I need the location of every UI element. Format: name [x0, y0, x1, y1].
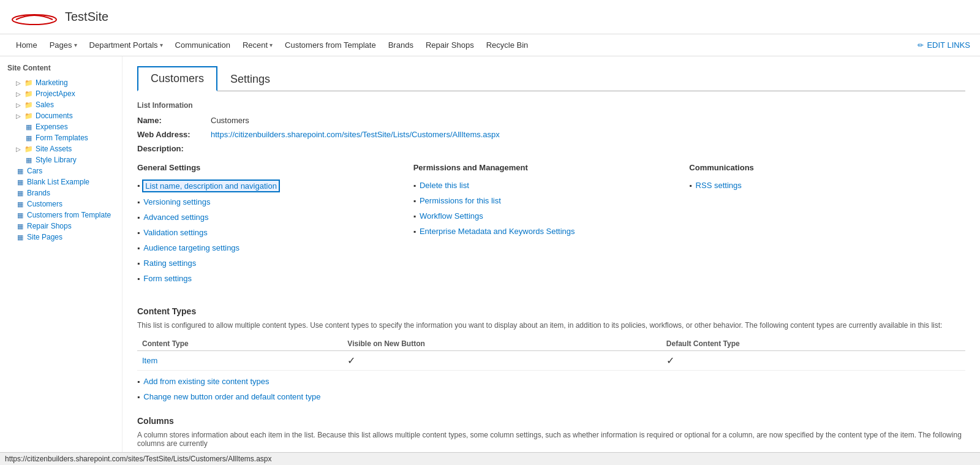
sidebar-item-form-templates[interactable]: ▦ Form Templates — [5, 132, 117, 143]
edit-links-button[interactable]: ✏ EDIT LINKS — [918, 40, 970, 50]
edit-icon: ✏ — [918, 41, 924, 50]
perm-link-permissions: ▪ Permissions for this list — [413, 196, 690, 205]
ct-row-visible: ✓ — [342, 351, 662, 371]
nav-brands[interactable]: Brands — [382, 36, 420, 55]
ct-link-add: ▪ Add from existing site content types — [137, 377, 965, 386]
pages-dropdown-arrow: ▾ — [74, 42, 77, 48]
list-customers-icon: ▦ — [16, 200, 24, 208]
sidebar-item-customers-from-template[interactable]: ▦ Customers from Template — [5, 210, 117, 221]
versioning-settings-link[interactable]: Versioning settings — [143, 197, 210, 206]
ct-col-content-type: Content Type — [137, 337, 342, 351]
ct-row-name[interactable]: Item — [137, 351, 342, 371]
page-tabs: Customers Settings — [137, 66, 965, 91]
list-description-label: Description: — [137, 144, 211, 153]
workflow-settings-link[interactable]: Workflow Settings — [420, 211, 483, 221]
permissions-list-link[interactable]: Permissions for this list — [420, 196, 501, 205]
list-expenses-icon: ▦ — [24, 123, 33, 131]
list-brands-icon: ▦ — [16, 189, 24, 197]
top-bar: TestSite — [0, 0, 980, 34]
sidebar-item-cars[interactable]: ▦ Cars — [5, 165, 117, 176]
main-layout: Site Content ▷ 📁 Marketing ▷ 📁 ProjectAp… — [0, 56, 980, 465]
columns-section: Columns A column stores information abou… — [137, 416, 965, 448]
sidebar-item-brands[interactable]: ▦ Brands — [5, 187, 117, 198]
content-types-section: Content Types This list is configured to… — [137, 306, 965, 401]
list-cft-icon: ▦ — [16, 211, 24, 219]
ct-row-default: ✓ — [662, 351, 965, 371]
list-repair-shops-icon: ▦ — [16, 222, 24, 230]
toggle-site-assets: ▷ — [16, 146, 22, 153]
content-types-heading: Content Types — [137, 306, 965, 316]
advanced-settings-link[interactable]: Advanced settings — [143, 213, 208, 222]
list-web-address-row: Web Address: https://citizenbuilders.sha… — [137, 130, 965, 139]
nav-customers-from-template[interactable]: Customers from Template — [279, 36, 382, 55]
status-url: https://citizenbuilders.sharepoint.com/s… — [5, 455, 272, 463]
sidebar-item-site-pages[interactable]: ▦ Site Pages — [5, 232, 117, 243]
content-types-table: Content Type Visible on New Button Defau… — [137, 337, 965, 371]
general-link-validation: ▪ Validation settings — [137, 228, 413, 237]
form-settings-link[interactable]: Form settings — [143, 274, 192, 283]
nav-pages[interactable]: Pages ▾ — [43, 36, 83, 55]
bullet-7: ▪ — [137, 274, 140, 283]
list-cars-icon: ▦ — [16, 167, 24, 175]
add-content-type-link[interactable]: Add from existing site content types — [143, 377, 269, 386]
sidebar-item-customers[interactable]: ▦ Customers — [5, 198, 117, 210]
list-name-nav-link[interactable]: List name, description and navigation — [143, 181, 279, 191]
nav-recycle-bin[interactable]: Recycle Bin — [480, 36, 535, 55]
sidebar-item-projectapex[interactable]: ▷ 📁 ProjectApex — [5, 88, 117, 99]
columns-desc: A column stores information about each i… — [137, 431, 965, 448]
delete-list-link[interactable]: Delete this list — [420, 181, 469, 190]
list-form-templates-icon: ▦ — [24, 134, 33, 142]
list-name-row: Name: Customers — [137, 116, 965, 125]
general-link-advanced: ▪ Advanced settings — [137, 213, 413, 222]
nav-repair-shops[interactable]: Repair Shops — [420, 36, 480, 55]
site-title: TestSite — [65, 10, 108, 24]
sidebar-item-marketing[interactable]: ▷ 📁 Marketing — [5, 77, 117, 88]
perm-link-delete: ▪ Delete this list — [413, 181, 690, 190]
sidebar-item-repair-shops[interactable]: ▦ Repair Shops — [5, 221, 117, 232]
list-site-pages-icon: ▦ — [16, 233, 24, 241]
tab-settings[interactable]: Settings — [217, 67, 283, 91]
sidebar-item-documents[interactable]: ▷ 📁 Documents — [5, 110, 117, 121]
nav-recent[interactable]: Recent ▾ — [236, 36, 279, 55]
enterprise-metadata-link[interactable]: Enterprise Metadata and Keywords Setting… — [420, 227, 575, 236]
columns-heading: Columns — [137, 416, 965, 426]
sidebar-item-expenses[interactable]: ▦ Expenses — [5, 121, 117, 132]
status-bar: https://citizenbuilders.sharepoint.com/s… — [0, 452, 980, 465]
ct-link-change-order: ▪ Change new button order and default co… — [137, 392, 965, 401]
settings-columns: General Settings ▪ List name, descriptio… — [137, 163, 965, 289]
list-name-value: Customers — [211, 116, 249, 125]
bullet-p3: ▪ — [413, 212, 416, 221]
communications-col: Communications ▪ RSS settings — [689, 163, 965, 289]
nav-home[interactable]: Home — [10, 36, 43, 55]
perm-link-workflow: ▪ Workflow Settings — [413, 211, 690, 221]
ct-row-item: Item ✓ ✓ — [137, 351, 965, 371]
logo-icon — [10, 6, 59, 28]
sidebar-item-sales[interactable]: ▷ 📁 Sales — [5, 99, 117, 110]
list-info-heading: List Information — [137, 101, 965, 110]
nav-bar: Home Pages ▾ Department Portals ▾ Commun… — [0, 34, 980, 56]
logo-area: TestSite — [10, 6, 108, 28]
sidebar-item-style-library[interactable]: ▦ Style Library — [5, 154, 117, 165]
rating-settings-link[interactable]: Rating settings — [143, 259, 196, 268]
toggle-sales: ▷ — [16, 102, 22, 108]
svg-point-0 — [12, 15, 56, 25]
bullet-p1: ▪ — [413, 181, 416, 190]
sidebar-item-site-assets[interactable]: ▷ 📁 Site Assets — [5, 143, 117, 154]
general-link-form: ▪ Form settings — [137, 274, 413, 283]
list-web-address-value[interactable]: https://citizenbuilders.sharepoint.com/s… — [211, 130, 500, 139]
nav-department-portals[interactable]: Department Portals ▾ — [83, 36, 169, 55]
ct-col-visible: Visible on New Button — [342, 337, 662, 351]
ct-col-default: Default Content Type — [662, 337, 965, 351]
folder-marketing-icon: 📁 — [24, 78, 33, 87]
nav-communication[interactable]: Communication — [169, 36, 236, 55]
bullet-ct1: ▪ — [137, 377, 140, 386]
toggle-marketing: ▷ — [16, 80, 22, 86]
rss-settings-link[interactable]: RSS settings — [696, 181, 742, 190]
tab-customers[interactable]: Customers — [137, 66, 217, 91]
bullet-6: ▪ — [137, 259, 140, 268]
change-button-order-link[interactable]: Change new button order and default cont… — [143, 392, 320, 401]
validation-settings-link[interactable]: Validation settings — [143, 228, 208, 237]
sidebar-item-blank-list-example[interactable]: ▦ Blank List Example — [5, 176, 117, 187]
perm-link-metadata: ▪ Enterprise Metadata and Keywords Setti… — [413, 227, 690, 236]
audience-targeting-link[interactable]: Audience targeting settings — [143, 243, 239, 252]
